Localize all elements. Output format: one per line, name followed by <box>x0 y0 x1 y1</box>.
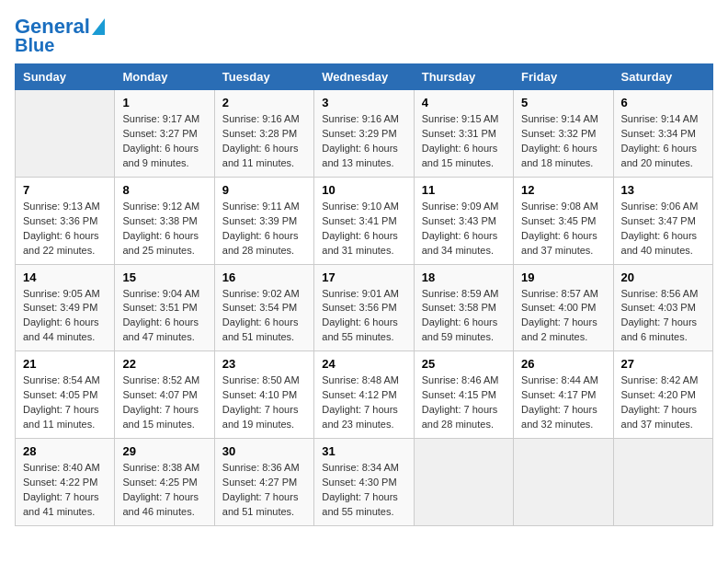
day-cell: 15 Sunrise: 9:04 AM Sunset: 3:51 PM Dayl… <box>115 264 214 351</box>
daylight: Daylight: 7 hours and 32 minutes. <box>521 404 597 430</box>
sunset: Sunset: 3:31 PM <box>422 128 496 139</box>
day-number: 9 <box>222 183 306 197</box>
sunrise: Sunrise: 9:10 AM <box>322 201 399 212</box>
day-cell: 23 Sunrise: 8:50 AM Sunset: 4:10 PM Dayl… <box>214 351 313 439</box>
sunset: Sunset: 3:56 PM <box>322 302 396 313</box>
sunset: Sunset: 3:58 PM <box>422 302 496 313</box>
daylight: Daylight: 6 hours and 55 minutes. <box>322 316 398 342</box>
sunrise: Sunrise: 9:12 AM <box>122 201 199 212</box>
day-number: 10 <box>322 183 405 197</box>
header-monday: Monday <box>115 64 214 90</box>
day-cell: 3 Sunrise: 9:16 AM Sunset: 3:29 PM Dayli… <box>314 90 414 178</box>
daylight: Daylight: 7 hours and 19 minutes. <box>222 404 299 430</box>
week-row-3: 14 Sunrise: 9:05 AM Sunset: 3:49 PM Dayl… <box>16 264 713 351</box>
day-cell <box>613 439 712 526</box>
day-number: 26 <box>521 357 605 371</box>
daylight: Daylight: 6 hours and 18 minutes. <box>521 143 597 168</box>
sunrise: Sunrise: 9:08 AM <box>521 201 598 212</box>
day-cell: 1 Sunrise: 9:17 AM Sunset: 3:27 PM Dayli… <box>115 90 214 178</box>
sunset: Sunset: 3:45 PM <box>521 215 596 226</box>
day-cell: 11 Sunrise: 9:09 AM Sunset: 3:43 PM Dayl… <box>414 177 513 264</box>
logo: General Blue <box>15 15 105 56</box>
day-cell: 20 Sunrise: 8:56 AM Sunset: 4:03 PM Dayl… <box>613 264 712 351</box>
sunrise: Sunrise: 8:57 AM <box>521 288 598 299</box>
day-number: 16 <box>222 270 306 284</box>
daylight: Daylight: 7 hours and 6 minutes. <box>621 316 698 342</box>
sunset: Sunset: 4:25 PM <box>122 477 197 488</box>
week-row-2: 7 Sunrise: 9:13 AM Sunset: 3:36 PM Dayli… <box>16 177 713 264</box>
day-cell: 18 Sunrise: 8:59 AM Sunset: 3:58 PM Dayl… <box>414 264 513 351</box>
day-cell: 29 Sunrise: 8:38 AM Sunset: 4:25 PM Dayl… <box>115 439 214 526</box>
day-cell: 12 Sunrise: 9:08 AM Sunset: 3:45 PM Dayl… <box>514 177 613 264</box>
sunset: Sunset: 3:43 PM <box>422 215 496 226</box>
sunrise: Sunrise: 8:36 AM <box>222 462 300 473</box>
day-number: 1 <box>122 96 206 109</box>
sunset: Sunset: 3:51 PM <box>122 302 197 313</box>
daylight: Daylight: 6 hours and 15 minutes. <box>422 143 498 168</box>
sunset: Sunset: 4:10 PM <box>222 389 297 400</box>
day-number: 14 <box>23 270 107 284</box>
day-cell: 22 Sunrise: 8:52 AM Sunset: 4:07 PM Dayl… <box>115 351 214 439</box>
daylight: Daylight: 7 hours and 23 minutes. <box>322 404 398 430</box>
sunrise: Sunrise: 9:16 AM <box>222 113 300 124</box>
sunrise: Sunrise: 9:15 AM <box>422 113 499 124</box>
day-cell: 5 Sunrise: 9:14 AM Sunset: 3:32 PM Dayli… <box>514 90 613 178</box>
sunset: Sunset: 3:32 PM <box>521 128 596 139</box>
day-number: 23 <box>222 357 306 371</box>
sunset: Sunset: 3:28 PM <box>222 128 297 139</box>
day-cell: 8 Sunrise: 9:12 AM Sunset: 3:38 PM Dayli… <box>115 177 214 264</box>
day-number: 24 <box>322 357 405 371</box>
sunrise: Sunrise: 9:16 AM <box>322 113 399 124</box>
day-number: 19 <box>521 270 605 284</box>
day-number: 12 <box>521 183 605 197</box>
sunrise: Sunrise: 9:14 AM <box>621 113 699 124</box>
sunset: Sunset: 3:41 PM <box>322 215 396 226</box>
header-saturday: Saturday <box>613 64 712 90</box>
header-wednesday: Wednesday <box>314 64 414 90</box>
daylight: Daylight: 6 hours and 20 minutes. <box>621 143 698 168</box>
sunset: Sunset: 3:49 PM <box>23 302 97 313</box>
sunset: Sunset: 4:22 PM <box>23 477 97 488</box>
sunrise: Sunrise: 8:38 AM <box>122 462 199 473</box>
daylight: Daylight: 6 hours and 51 minutes. <box>222 316 299 342</box>
day-number: 29 <box>122 444 206 458</box>
day-cell: 30 Sunrise: 8:36 AM Sunset: 4:27 PM Dayl… <box>214 439 313 526</box>
daylight: Daylight: 7 hours and 28 minutes. <box>422 404 498 430</box>
daylight: Daylight: 6 hours and 22 minutes. <box>23 230 99 256</box>
calendar-table: SundayMondayTuesdayWednesdayThursdayFrid… <box>15 63 713 526</box>
sunset: Sunset: 4:20 PM <box>621 389 696 400</box>
day-number: 31 <box>322 444 405 458</box>
daylight: Daylight: 6 hours and 40 minutes. <box>621 230 698 256</box>
sunset: Sunset: 4:05 PM <box>23 389 97 400</box>
daylight: Daylight: 7 hours and 2 minutes. <box>521 316 597 342</box>
sunrise: Sunrise: 9:17 AM <box>122 113 199 124</box>
sunrise: Sunrise: 9:06 AM <box>621 201 699 212</box>
day-cell: 10 Sunrise: 9:10 AM Sunset: 3:41 PM Dayl… <box>314 177 414 264</box>
day-number: 3 <box>322 96 405 109</box>
sunrise: Sunrise: 8:44 AM <box>521 374 598 385</box>
day-cell: 13 Sunrise: 9:06 AM Sunset: 3:47 PM Dayl… <box>613 177 712 264</box>
day-cell: 25 Sunrise: 8:46 AM Sunset: 4:15 PM Dayl… <box>414 351 513 439</box>
day-cell: 27 Sunrise: 8:42 AM Sunset: 4:20 PM Dayl… <box>613 351 712 439</box>
day-number: 13 <box>621 183 705 197</box>
sunset: Sunset: 4:27 PM <box>222 477 297 488</box>
header-row: SundayMondayTuesdayWednesdayThursdayFrid… <box>16 64 713 90</box>
sunset: Sunset: 3:38 PM <box>122 215 197 226</box>
sunrise: Sunrise: 9:14 AM <box>521 113 598 124</box>
sunrise: Sunrise: 9:05 AM <box>23 288 100 299</box>
sunrise: Sunrise: 8:56 AM <box>621 288 699 299</box>
daylight: Daylight: 6 hours and 11 minutes. <box>222 143 299 168</box>
daylight: Daylight: 7 hours and 46 minutes. <box>122 491 199 517</box>
day-number: 8 <box>122 183 206 197</box>
sunrise: Sunrise: 8:46 AM <box>422 374 499 385</box>
day-cell <box>414 439 513 526</box>
daylight: Daylight: 6 hours and 44 minutes. <box>23 316 99 342</box>
day-cell: 14 Sunrise: 9:05 AM Sunset: 3:49 PM Dayl… <box>16 264 115 351</box>
sunrise: Sunrise: 8:42 AM <box>621 374 699 385</box>
sunrise: Sunrise: 9:02 AM <box>222 288 300 299</box>
daylight: Daylight: 6 hours and 25 minutes. <box>122 230 199 256</box>
sunrise: Sunrise: 9:09 AM <box>422 201 499 212</box>
day-cell: 17 Sunrise: 9:01 AM Sunset: 3:56 PM Dayl… <box>314 264 414 351</box>
sunrise: Sunrise: 9:13 AM <box>23 201 100 212</box>
sunrise: Sunrise: 8:54 AM <box>23 374 100 385</box>
